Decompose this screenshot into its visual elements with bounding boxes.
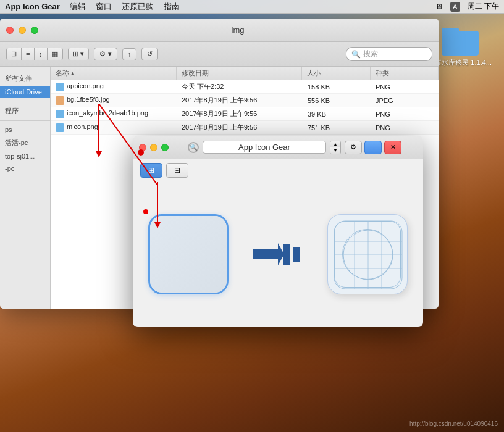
file-date-cell: 2017年8月19日 上午9:56: [177, 123, 303, 132]
svg-rect-16: [334, 221, 402, 289]
icon-view-btn[interactable]: ⊞: [7, 48, 22, 60]
table-row[interactable]: icon_akymbq.2deab1b.png 2017年8月19日 上午9:5…: [51, 107, 439, 121]
share-btn[interactable]: ↑: [122, 48, 137, 60]
sidebar-divider-2: [0, 120, 50, 121]
import-arrow-svg: [253, 242, 303, 267]
file-size-cell: 39 KB: [303, 110, 371, 118]
header-date[interactable]: 修改日期: [177, 67, 303, 80]
svg-marker-8: [253, 243, 284, 265]
app-icon-template: [327, 214, 408, 294]
svg-rect-7: [293, 247, 300, 262]
view-options-btn[interactable]: ⊞ ▾: [69, 48, 88, 60]
search-icon: 🔍: [351, 50, 361, 59]
sidebar-item-all-files[interactable]: 所有文件: [0, 72, 50, 86]
menubar-edit[interactable]: 编辑: [70, 1, 86, 12]
file-name-cell: bg.1fbe5f8.jpg: [51, 96, 177, 104]
filelist-header: 名称 ▴ 修改日期 大小 种类: [51, 67, 439, 80]
icon-box-inner: [150, 216, 227, 293]
header-size[interactable]: 大小: [302, 67, 370, 80]
gallery-view-btn[interactable]: ▦: [48, 48, 62, 60]
menubar: App Icon Gear 编辑 窗口 还原已购 指南 🖥 A 周二 下午: [0, 0, 504, 14]
sidebar-item-icloud[interactable]: iCloud Drive: [0, 86, 50, 98]
sidebar-item-pc1[interactable]: 活活-pc: [0, 136, 50, 150]
list-view-btn[interactable]: ≡: [22, 48, 35, 60]
header-kind[interactable]: 种类: [371, 67, 439, 80]
gear-minimize-button[interactable]: [150, 144, 158, 151]
gear-close-button[interactable]: [139, 144, 146, 151]
gear-red-btn[interactable]: ✕: [384, 141, 401, 154]
file-size-cell: 158 KB: [303, 83, 371, 91]
gear-toolbar: ⊞ ⊟: [133, 159, 423, 181]
stepper-up[interactable]: ▲: [330, 141, 340, 147]
file-kind-cell: PNG: [371, 110, 439, 118]
gear-settings-btn[interactable]: ⚙: [345, 141, 362, 154]
menubar-letter-icon: A: [450, 2, 460, 12]
menubar-app-name[interactable]: App Icon Gear: [5, 2, 60, 11]
gear-stepper[interactable]: ▲ ▼: [330, 141, 341, 154]
sidebar-item-top[interactable]: top-sj01...: [0, 150, 50, 162]
file-date-cell: 今天 下午2:32: [177, 82, 303, 91]
gear-search-icon[interactable]: 🔍: [188, 142, 199, 153]
watermark: http://blog.csdn.net/u014090416: [410, 420, 498, 427]
gear-maximize-button[interactable]: [161, 144, 169, 151]
maximize-button[interactable]: [31, 27, 38, 34]
file-kind-cell: JPEG: [371, 97, 439, 104]
menubar-guide[interactable]: 指南: [164, 1, 180, 12]
folder-icon: [442, 25, 479, 56]
gear-window: 🔍 ▲ ▼ ⚙ ✕ ⊞ ⊟: [133, 136, 423, 327]
gear-blue-btn[interactable]: [364, 141, 382, 154]
table-row[interactable]: bg.1fbe5f8.jpg 2017年8月19日 上午9:56 556 KB …: [51, 94, 439, 107]
file-date-cell: 2017年8月19日 上午9:56: [177, 96, 303, 105]
search-box[interactable]: 🔍 搜索: [346, 47, 432, 61]
icon-grid-svg: [328, 215, 408, 294]
file-size-cell: 751 KB: [303, 124, 371, 131]
icon-drop-zone-container: [148, 214, 229, 294]
gear-title-actions: ⚙ ✕: [345, 141, 401, 154]
file-kind-cell: PNG: [371, 83, 439, 91]
file-type-icon: [56, 83, 64, 91]
svg-point-15: [343, 230, 393, 280]
finder-sidebar: 所有文件 iCloud Drive 程序 ps 活活-pc top-sj01..…: [0, 67, 51, 309]
gear-title-input[interactable]: [203, 141, 326, 154]
menubar-window[interactable]: 窗口: [96, 1, 112, 12]
gear-title-center: 🔍 ▲ ▼ ⚙ ✕: [172, 141, 417, 154]
close-button[interactable]: [6, 27, 14, 34]
gear-list-view-btn[interactable]: ⊟: [166, 163, 188, 178]
sidebar-item-ps[interactable]: ps: [0, 123, 50, 136]
table-row[interactable]: appicon.png 今天 下午2:32 158 KB PNG: [51, 80, 439, 94]
file-name-cell: micon.png: [51, 123, 177, 131]
file-kind-cell: PNG: [371, 124, 439, 131]
import-arrow: [253, 242, 303, 267]
action-btn[interactable]: ⚙ ▾: [94, 48, 117, 60]
column-view-btn[interactable]: ⫾: [35, 48, 48, 60]
gear-titlebar: 🔍 ▲ ▼ ⚙ ✕: [133, 136, 423, 159]
red-indicator-dot: [143, 209, 148, 214]
gear-content: [133, 181, 423, 327]
back-forward-btn[interactable]: ↺: [141, 48, 158, 60]
file-type-icon: [56, 110, 64, 118]
finder-title: img: [43, 25, 432, 35]
file-type-icon: [56, 96, 64, 105]
menubar-monitor-icon: 🖥: [435, 2, 443, 11]
file-name-cell: appicon.png: [51, 82, 177, 91]
finder-toolbar: ⊞ ≡ ⫾ ▦ ⊞ ▾ ⚙ ▾ ↑ ↺ 🔍 搜索: [0, 42, 439, 67]
minimize-button[interactable]: [19, 27, 26, 34]
sidebar-divider: [0, 101, 50, 101]
menubar-right: 🖥 A 周二 下午: [435, 1, 499, 12]
file-rows-container: appicon.png 今天 下午2:32 158 KB PNG bg.1fbe…: [51, 80, 439, 135]
sidebar-item-pc2[interactable]: -pc: [0, 162, 50, 175]
menubar-restore[interactable]: 还原已购: [122, 1, 154, 12]
header-name[interactable]: 名称 ▴: [51, 67, 177, 80]
gear-grid-view-btn[interactable]: ⊞: [140, 163, 162, 178]
file-date-cell: 2017年8月19日 上午9:56: [177, 109, 303, 118]
file-name-cell: icon_akymbq.2deab1b.png: [51, 109, 177, 118]
sidebar-item-apps[interactable]: 程序: [0, 104, 50, 118]
table-row[interactable]: micon.png 2017年8月19日 上午9:56 751 KB PNG: [51, 121, 439, 135]
view-options-group: ⊞ ▾: [68, 48, 89, 60]
stepper-down[interactable]: ▼: [330, 147, 340, 154]
finder-titlebar: img: [0, 19, 439, 42]
view-toggle-group: ⊞ ≡ ⫾ ▦: [6, 48, 63, 60]
file-size-cell: 556 KB: [303, 97, 371, 104]
icon-drop-zone[interactable]: [148, 214, 229, 294]
menubar-datetime: 周二 下午: [468, 1, 499, 12]
